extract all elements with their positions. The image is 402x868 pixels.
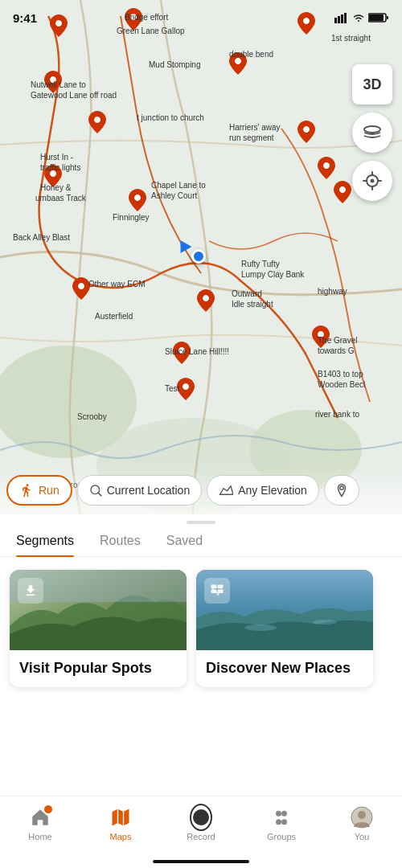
map-marker[interactable]	[44, 71, 62, 93]
cards-row: Visit Popular Spots	[0, 557, 402, 700]
map-marker[interactable]	[334, 181, 351, 203]
card-title-1: Visit Popular Spots	[10, 650, 187, 687]
signal-icon	[334, 12, 349, 23]
map-marker[interactable]	[72, 277, 90, 300]
elevation-filter-button[interactable]: Any Elevation	[207, 475, 319, 506]
map-marker[interactable]	[229, 52, 247, 75]
svg-rect-30	[218, 590, 224, 594]
card-icon-2	[204, 578, 230, 604]
map-marker[interactable]	[173, 342, 191, 364]
tab-segments[interactable]: Segments	[16, 534, 74, 556]
svg-rect-9	[369, 14, 384, 21]
home-indicator	[153, 860, 249, 863]
maps-icon	[109, 806, 132, 829]
record-icon	[190, 806, 212, 829]
location-label: Current Location	[107, 484, 191, 497]
svg-rect-7	[344, 13, 347, 23]
svg-point-34	[281, 811, 287, 817]
svg-point-33	[276, 811, 281, 817]
status-icons	[334, 12, 389, 23]
bottom-panel: Segments Routes Saved	[0, 514, 402, 868]
map-area[interactable]: 9:41	[0, 0, 402, 514]
nav-item-home[interactable]: Home	[0, 803, 80, 841]
you-icon	[351, 806, 373, 829]
nav-label-home: Home	[28, 832, 51, 841]
tabs-container: Segments Routes Saved	[0, 524, 402, 557]
card-title-2: Discover New Places	[196, 650, 373, 687]
3d-button[interactable]: 3D	[352, 64, 392, 104]
svg-rect-29	[211, 590, 217, 594]
svg-line-19	[98, 493, 101, 496]
nav-label-record: Record	[187, 832, 215, 841]
svg-rect-5	[338, 16, 340, 23]
locate-button[interactable]	[352, 161, 392, 201]
run-filter-button[interactable]: Run	[6, 475, 72, 506]
nav-label-groups: Groups	[267, 832, 296, 841]
map-marker[interactable]	[318, 157, 335, 179]
svg-point-35	[276, 819, 281, 825]
map-marker[interactable]	[312, 326, 330, 348]
svg-rect-10	[387, 16, 388, 19]
nav-badge	[43, 805, 53, 814]
svg-point-25	[244, 624, 277, 631]
nav-label-you: You	[355, 832, 370, 841]
status-bar: 9:41	[0, 0, 402, 35]
home-icon	[29, 806, 51, 829]
svg-point-26	[313, 620, 337, 624]
map-controls: 3D	[352, 64, 392, 201]
record-icon-inner	[193, 809, 209, 825]
location-filter-button[interactable]: Current Location	[77, 475, 203, 506]
map-marker[interactable]	[88, 111, 106, 133]
nav-item-you[interactable]: You	[322, 803, 402, 841]
map-marker[interactable]	[129, 189, 146, 211]
nav-item-record[interactable]: Record	[161, 803, 241, 841]
groups-icon	[270, 806, 293, 829]
svg-rect-4	[334, 18, 337, 23]
nav-label-maps: Maps	[110, 832, 132, 841]
svg-point-20	[340, 486, 344, 490]
svg-rect-23	[27, 595, 35, 596]
nav-item-groups[interactable]: Groups	[241, 803, 322, 841]
card-image-1	[10, 570, 187, 650]
map-marker[interactable]	[297, 121, 315, 143]
card-discover-places[interactable]: Discover New Places	[196, 570, 373, 687]
svg-rect-28	[218, 585, 224, 589]
battery-icon	[368, 12, 389, 23]
status-time: 9:41	[13, 11, 37, 25]
svg-point-36	[281, 819, 287, 825]
run-label: Run	[39, 484, 59, 497]
layers-button[interactable]	[352, 113, 392, 153]
card-image-2	[196, 570, 373, 650]
map-marker[interactable]	[197, 289, 215, 312]
svg-rect-6	[341, 14, 343, 23]
wifi-icon	[352, 13, 365, 23]
record-icon-outer	[190, 804, 212, 831]
svg-point-13	[371, 179, 375, 183]
tab-routes[interactable]: Routes	[100, 534, 141, 556]
tab-saved[interactable]: Saved	[166, 534, 203, 556]
card-popular-spots[interactable]: Visit Popular Spots	[10, 570, 187, 687]
svg-point-11	[364, 126, 380, 133]
map-marker[interactable]	[177, 378, 195, 400]
current-location-dot	[191, 249, 206, 264]
bottom-nav: Home Maps Record	[0, 796, 402, 868]
filter-bar: Run Current Location Any Elevation	[0, 466, 402, 514]
card-icon-1	[18, 578, 43, 604]
nav-item-maps[interactable]: Maps	[80, 803, 161, 841]
svg-point-38	[358, 811, 366, 819]
svg-rect-27	[211, 585, 217, 589]
map-marker[interactable]	[44, 165, 62, 187]
elevation-label: Any Elevation	[238, 484, 307, 497]
pin-filter-button[interactable]	[324, 475, 359, 506]
